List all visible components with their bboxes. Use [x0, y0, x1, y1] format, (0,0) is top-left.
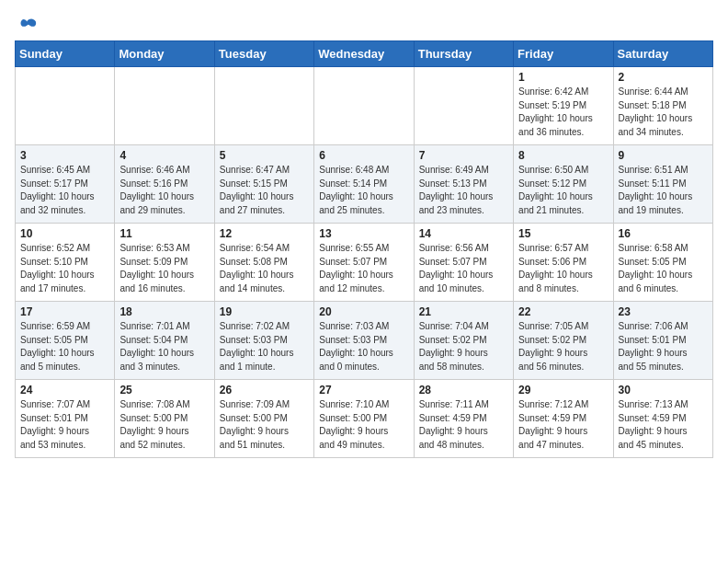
- day-number: 28: [419, 384, 508, 396]
- day-info: Sunrise: 6:44 AM Sunset: 5:18 PM Dayligh…: [619, 86, 708, 139]
- col-header-tuesday: Tuesday: [214, 41, 313, 67]
- day-number: 12: [220, 227, 309, 240]
- day-info: Sunrise: 7:12 AM Sunset: 4:59 PM Dayligh…: [518, 398, 608, 452]
- day-info: Sunrise: 6:50 AM Sunset: 5:12 PM Dayligh…: [518, 164, 608, 217]
- day-cell: 9Sunrise: 6:51 AM Sunset: 5:11 PM Daylig…: [613, 145, 712, 224]
- week-row-2: 3Sunrise: 6:45 AM Sunset: 5:17 PM Daylig…: [16, 145, 713, 224]
- day-number: 20: [319, 305, 408, 318]
- day-info: Sunrise: 6:51 AM Sunset: 5:11 PM Dayligh…: [619, 164, 708, 217]
- week-row-4: 17Sunrise: 6:59 AM Sunset: 5:05 PM Dayli…: [16, 302, 713, 380]
- day-info: Sunrise: 7:07 AM Sunset: 5:01 PM Dayligh…: [20, 398, 109, 452]
- calendar-table: SundayMondayTuesdayWednesdayThursdayFrid…: [15, 40, 713, 458]
- day-info: Sunrise: 6:48 AM Sunset: 5:14 PM Dayligh…: [319, 164, 408, 217]
- day-cell: 11Sunrise: 6:53 AM Sunset: 5:09 PM Dayli…: [115, 224, 214, 302]
- day-number: 10: [20, 227, 109, 240]
- day-cell: 10Sunrise: 6:52 AM Sunset: 5:10 PM Dayli…: [16, 224, 115, 302]
- col-header-friday: Friday: [514, 41, 613, 67]
- day-number: 22: [518, 305, 608, 318]
- day-cell: 17Sunrise: 6:59 AM Sunset: 5:05 PM Dayli…: [16, 302, 115, 380]
- day-number: 3: [20, 149, 109, 162]
- day-info: Sunrise: 7:01 AM Sunset: 5:04 PM Dayligh…: [119, 320, 209, 373]
- day-number: 19: [220, 305, 309, 318]
- day-number: 23: [619, 305, 708, 318]
- day-cell: 29Sunrise: 7:12 AM Sunset: 4:59 PM Dayli…: [514, 380, 613, 458]
- day-cell: 22Sunrise: 7:05 AM Sunset: 5:02 PM Dayli…: [514, 302, 613, 380]
- day-number: 21: [419, 305, 508, 318]
- day-info: Sunrise: 6:54 AM Sunset: 5:08 PM Dayligh…: [220, 242, 309, 295]
- day-info: Sunrise: 6:47 AM Sunset: 5:15 PM Dayligh…: [220, 164, 309, 217]
- day-info: Sunrise: 7:05 AM Sunset: 5:02 PM Dayligh…: [518, 320, 608, 373]
- day-cell: 5Sunrise: 6:47 AM Sunset: 5:15 PM Daylig…: [214, 145, 313, 224]
- day-info: Sunrise: 6:57 AM Sunset: 5:06 PM Dayligh…: [518, 242, 608, 295]
- logo: [15, 15, 39, 33]
- day-number: 26: [220, 384, 309, 396]
- day-info: Sunrise: 7:10 AM Sunset: 5:00 PM Dayligh…: [319, 398, 408, 452]
- day-number: 4: [119, 149, 209, 162]
- day-cell: 14Sunrise: 6:56 AM Sunset: 5:07 PM Dayli…: [414, 224, 513, 302]
- day-number: 11: [119, 227, 209, 240]
- day-cell: 19Sunrise: 7:02 AM Sunset: 5:03 PM Dayli…: [214, 302, 313, 380]
- day-number: 14: [419, 227, 508, 240]
- week-row-3: 10Sunrise: 6:52 AM Sunset: 5:10 PM Dayli…: [16, 224, 713, 302]
- col-header-thursday: Thursday: [414, 41, 513, 67]
- day-info: Sunrise: 7:06 AM Sunset: 5:01 PM Dayligh…: [619, 320, 708, 373]
- col-header-wednesday: Wednesday: [314, 41, 414, 67]
- calendar-page: SundayMondayTuesdayWednesdayThursdayFrid…: [0, 0, 728, 469]
- day-cell: 28Sunrise: 7:11 AM Sunset: 4:59 PM Dayli…: [414, 380, 513, 458]
- day-number: 1: [518, 71, 608, 84]
- day-info: Sunrise: 7:04 AM Sunset: 5:02 PM Dayligh…: [419, 320, 508, 373]
- day-number: 8: [518, 149, 608, 162]
- day-cell: [214, 67, 313, 145]
- day-cell: 20Sunrise: 7:03 AM Sunset: 5:03 PM Dayli…: [314, 302, 414, 380]
- day-cell: 30Sunrise: 7:13 AM Sunset: 4:59 PM Dayli…: [613, 380, 712, 458]
- day-info: Sunrise: 7:03 AM Sunset: 5:03 PM Dayligh…: [319, 320, 408, 373]
- week-row-1: 1Sunrise: 6:42 AM Sunset: 5:19 PM Daylig…: [16, 67, 713, 145]
- day-cell: 1Sunrise: 6:42 AM Sunset: 5:19 PM Daylig…: [514, 67, 613, 145]
- day-cell: 8Sunrise: 6:50 AM Sunset: 5:12 PM Daylig…: [514, 145, 613, 224]
- day-cell: 18Sunrise: 7:01 AM Sunset: 5:04 PM Dayli…: [115, 302, 214, 380]
- day-number: 2: [619, 71, 708, 84]
- day-number: 9: [619, 149, 708, 162]
- day-number: 29: [518, 384, 608, 396]
- col-header-sunday: Sunday: [16, 41, 115, 67]
- day-cell: 2Sunrise: 6:44 AM Sunset: 5:18 PM Daylig…: [613, 67, 712, 145]
- day-number: 7: [419, 149, 508, 162]
- day-number: 18: [119, 305, 209, 318]
- logo-bird-icon: [18, 15, 37, 33]
- day-info: Sunrise: 6:56 AM Sunset: 5:07 PM Dayligh…: [419, 242, 508, 295]
- day-info: Sunrise: 6:59 AM Sunset: 5:05 PM Dayligh…: [20, 320, 109, 373]
- day-number: 6: [319, 149, 408, 162]
- day-cell: 15Sunrise: 6:57 AM Sunset: 5:06 PM Dayli…: [514, 224, 613, 302]
- day-cell: 24Sunrise: 7:07 AM Sunset: 5:01 PM Dayli…: [16, 380, 115, 458]
- page-header: [15, 15, 713, 33]
- col-header-saturday: Saturday: [613, 41, 712, 67]
- day-info: Sunrise: 6:52 AM Sunset: 5:10 PM Dayligh…: [20, 242, 109, 295]
- day-cell: 27Sunrise: 7:10 AM Sunset: 5:00 PM Dayli…: [314, 380, 414, 458]
- day-cell: [314, 67, 414, 145]
- day-info: Sunrise: 7:11 AM Sunset: 4:59 PM Dayligh…: [419, 398, 508, 452]
- week-row-5: 24Sunrise: 7:07 AM Sunset: 5:01 PM Dayli…: [16, 380, 713, 458]
- day-info: Sunrise: 7:02 AM Sunset: 5:03 PM Dayligh…: [220, 320, 309, 373]
- day-cell: 26Sunrise: 7:09 AM Sunset: 5:00 PM Dayli…: [214, 380, 313, 458]
- day-number: 13: [319, 227, 408, 240]
- day-info: Sunrise: 6:55 AM Sunset: 5:07 PM Dayligh…: [319, 242, 408, 295]
- day-info: Sunrise: 6:49 AM Sunset: 5:13 PM Dayligh…: [419, 164, 508, 217]
- day-info: Sunrise: 6:53 AM Sunset: 5:09 PM Dayligh…: [119, 242, 209, 295]
- day-cell: [16, 67, 115, 145]
- day-info: Sunrise: 6:58 AM Sunset: 5:05 PM Dayligh…: [619, 242, 708, 295]
- day-cell: [115, 67, 214, 145]
- day-number: 25: [119, 384, 209, 396]
- day-info: Sunrise: 6:45 AM Sunset: 5:17 PM Dayligh…: [20, 164, 109, 217]
- day-number: 5: [220, 149, 309, 162]
- day-cell: 13Sunrise: 6:55 AM Sunset: 5:07 PM Dayli…: [314, 224, 414, 302]
- day-number: 17: [20, 305, 109, 318]
- day-number: 24: [20, 384, 109, 396]
- header-row: SundayMondayTuesdayWednesdayThursdayFrid…: [16, 41, 713, 67]
- day-number: 15: [518, 227, 608, 240]
- col-header-monday: Monday: [115, 41, 214, 67]
- day-cell: 16Sunrise: 6:58 AM Sunset: 5:05 PM Dayli…: [613, 224, 712, 302]
- day-cell: 3Sunrise: 6:45 AM Sunset: 5:17 PM Daylig…: [16, 145, 115, 224]
- day-number: 27: [319, 384, 408, 396]
- day-cell: 4Sunrise: 6:46 AM Sunset: 5:16 PM Daylig…: [115, 145, 214, 224]
- day-cell: 25Sunrise: 7:08 AM Sunset: 5:00 PM Dayli…: [115, 380, 214, 458]
